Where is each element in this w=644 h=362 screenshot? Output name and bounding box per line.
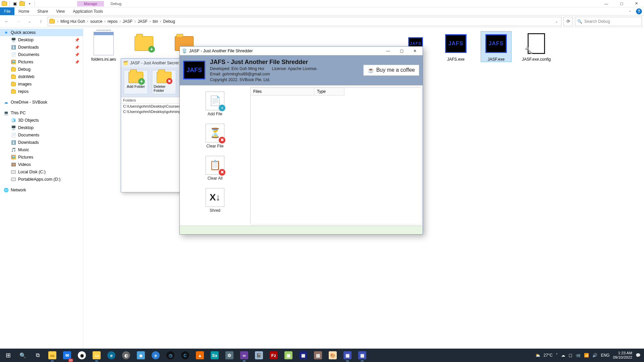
- tray-overflow-icon[interactable]: ˄: [556, 353, 558, 358]
- volume-icon[interactable]: 🔊: [592, 353, 597, 358]
- taskbar-app-generic-6[interactable]: Sx: [207, 349, 222, 362]
- sidebar-item-pc-pictures[interactable]: 🖼️Pictures: [0, 154, 83, 161]
- breadcrumb[interactable]: JASF: [122, 19, 133, 24]
- battery-icon[interactable]: ▢: [569, 353, 572, 358]
- breadcrumb[interactable]: source: [90, 19, 103, 24]
- taskbar-app-generic-5[interactable]: ▲: [193, 349, 207, 362]
- sidebar-item-videos[interactable]: 🎞️Videos: [0, 161, 83, 168]
- qat-dropdown-icon[interactable]: ▾: [26, 1, 33, 7]
- column-header-files[interactable]: Files: [251, 88, 314, 96]
- taskbar-clock[interactable]: 1:23 AM 09/10/2022: [613, 351, 632, 360]
- breadcrumb-bar[interactable]: › Ming Hui Goh › source › repos › JASF ›…: [48, 17, 561, 26]
- nav-recent-dropdown[interactable]: ⌄: [25, 17, 34, 26]
- sidebar-item-pc-downloads[interactable]: ⬇️Downloads: [0, 139, 83, 146]
- onedrive-icon[interactable]: ☁: [561, 353, 565, 358]
- maximize-button[interactable]: ▢: [396, 49, 407, 53]
- file-grid[interactable]: Files Type: [250, 87, 421, 224]
- start-button[interactable]: ⊞: [1, 349, 15, 362]
- taskbar-app-generic-1[interactable]: ◐: [119, 349, 133, 362]
- sidebar-item-downloads[interactable]: ⬇️Downloads📌: [0, 44, 83, 51]
- sidebar-item-documents[interactable]: 📄Documents📌: [0, 51, 83, 58]
- add-folder-button[interactable]: Add Folder: [124, 70, 148, 94]
- breadcrumb[interactable]: JASF: [137, 19, 148, 24]
- window-titlebar[interactable]: 🗑️ JASF - Just Another File Shredder — ▢…: [180, 47, 423, 55]
- sidebar-item-3d-objects[interactable]: 🧊3D Objects: [0, 117, 83, 124]
- weather-icon[interactable]: ⛅: [535, 353, 540, 358]
- nav-back-button[interactable]: ←: [2, 17, 11, 26]
- column-header-type[interactable]: Type: [314, 88, 344, 96]
- weather-temp[interactable]: 27°C: [544, 353, 553, 358]
- sidebar-item-repos[interactable]: repos: [0, 88, 83, 95]
- taskbar-app-generic-7[interactable]: ⚙: [222, 349, 237, 362]
- taskbar-app-chrome[interactable]: ◉: [74, 349, 89, 362]
- sidebar-item-pc-documents[interactable]: 📄Documents: [0, 131, 83, 139]
- tab-home[interactable]: Home: [14, 7, 33, 15]
- ribbon-collapse-icon[interactable]: ⌄: [626, 7, 634, 15]
- sidebar-onedrive[interactable]: ☁OneDrive - SVBook: [0, 99, 83, 106]
- taskbar-app-ie[interactable]: e: [148, 349, 163, 362]
- chevron-right-icon[interactable]: ›: [119, 19, 120, 23]
- taskbar-app-visualstudio[interactable]: ∞: [237, 349, 252, 362]
- sidebar-item-dstkweb[interactable]: dstkWeb: [0, 73, 83, 80]
- meet-now-icon[interactable]: 📹: [576, 353, 581, 358]
- sidebar-network[interactable]: 🌐Network: [0, 186, 83, 194]
- nav-up-button[interactable]: ↑: [36, 17, 46, 26]
- taskbar-app-notepad[interactable]: 📓: [252, 349, 266, 362]
- tab-view[interactable]: View: [52, 7, 69, 15]
- sidebar-item-desktop[interactable]: 🖥️Desktop📌: [0, 36, 83, 44]
- delete-folder-button[interactable]: Deleter Folder: [152, 70, 176, 94]
- file-item-jasf-exe[interactable]: JAFS JASF.exe: [481, 32, 511, 62]
- properties-icon[interactable]: ▣: [12, 1, 18, 7]
- tab-application-tools[interactable]: Application Tools: [69, 7, 107, 15]
- folder-icon[interactable]: [19, 1, 25, 7]
- file-item-folders-ini-aes[interactable]: folders.ini.aes: [89, 32, 119, 62]
- sidebar-item-music[interactable]: 🎵Music: [0, 146, 83, 154]
- tab-share[interactable]: Share: [33, 7, 52, 15]
- address-dropdown-icon[interactable]: ⌄: [553, 19, 560, 23]
- chevron-right-icon[interactable]: ›: [160, 19, 161, 23]
- file-item-jafs-exe[interactable]: JAFS JAFS.exe: [441, 32, 471, 62]
- breadcrumb[interactable]: bin: [152, 19, 159, 24]
- taskbar-app-paint[interactable]: 🎨: [325, 349, 340, 362]
- file-item-folder-1[interactable]: [129, 32, 159, 62]
- close-button[interactable]: ✕: [409, 49, 421, 53]
- chevron-right-icon[interactable]: ›: [57, 19, 58, 23]
- maximize-button[interactable]: ▢: [614, 0, 629, 7]
- add-file-button[interactable]: 📄＋ Add File: [205, 92, 225, 116]
- buy-me-a-coffee-button[interactable]: ☕ Buy me a coffee: [363, 65, 419, 76]
- taskbar-app-generic-4[interactable]: C: [178, 349, 193, 362]
- sidebar-item-pc-desktop[interactable]: 🖥️Desktop: [0, 124, 83, 131]
- taskbar-app-explorer[interactable]: ▭: [45, 349, 60, 362]
- taskbar-app-edge[interactable]: e: [104, 349, 119, 362]
- contextual-tab-manage[interactable]: Manage: [77, 1, 104, 6]
- minimize-button[interactable]: —: [382, 49, 394, 53]
- taskbar-app-generic-8[interactable]: ▣: [281, 349, 296, 362]
- nav-forward-button[interactable]: →: [13, 17, 23, 26]
- wifi-icon[interactable]: 📶: [584, 353, 589, 358]
- sidebar-item-localdisk-c[interactable]: Local Disk (C:): [0, 168, 83, 176]
- taskbar-app-filezilla[interactable]: Fz: [266, 349, 281, 362]
- sidebar-this-pc[interactable]: 💻This PC: [0, 109, 83, 117]
- sidebar-item-images[interactable]: images: [0, 80, 83, 88]
- file-item-jasf-config[interactable]: JASF.exe.config: [521, 32, 551, 62]
- chevron-right-icon[interactable]: ›: [104, 19, 105, 23]
- taskbar-app-generic-9[interactable]: ▦: [296, 349, 311, 362]
- sidebar-quick-access[interactable]: ★ Quick access: [0, 29, 83, 36]
- jafs-file-shredder-window[interactable]: 🗑️ JASF - Just Another File Shredder — ▢…: [179, 46, 423, 235]
- taskbar-app-files[interactable]: ▭: [89, 349, 104, 362]
- taskbar-app-mail[interactable]: ✉85: [60, 349, 74, 362]
- sidebar-item-debug[interactable]: Debug: [0, 66, 83, 73]
- taskbar-app-running-2[interactable]: ▦: [355, 349, 370, 362]
- chevron-right-icon[interactable]: ›: [135, 19, 136, 23]
- chevron-right-icon[interactable]: ›: [150, 19, 151, 23]
- clear-file-button[interactable]: ⏳✖ Clear File: [205, 124, 225, 148]
- clear-all-button[interactable]: 📋✖ Clear All: [205, 156, 225, 181]
- notifications-icon[interactable]: 💬: [636, 353, 641, 358]
- taskbar-app-generic-10[interactable]: ▤: [311, 349, 325, 362]
- breadcrumb[interactable]: Ming Hui Goh: [60, 19, 86, 24]
- taskbar-app-running-1[interactable]: ▦: [340, 349, 355, 362]
- breadcrumb[interactable]: repos: [107, 19, 118, 24]
- taskbar-search-button[interactable]: 🔍: [15, 349, 30, 362]
- taskbar-app-generic-2[interactable]: ◆: [133, 349, 148, 362]
- breadcrumb[interactable]: Debug: [163, 19, 176, 24]
